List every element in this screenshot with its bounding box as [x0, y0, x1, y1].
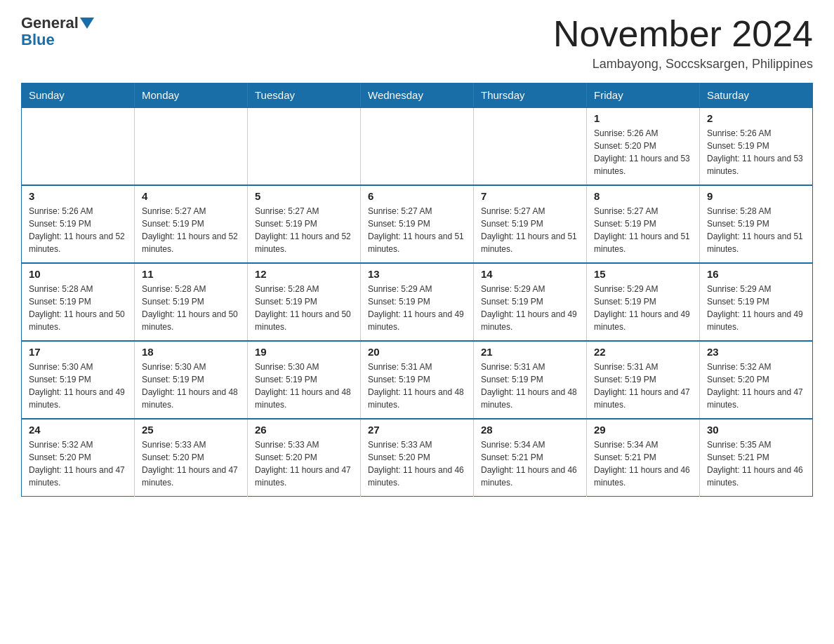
- logo-general: General: [21, 14, 79, 32]
- calendar-cell: 30Sunrise: 5:35 AMSunset: 5:21 PMDayligh…: [700, 419, 813, 497]
- weekday-header-thursday: Thursday: [474, 83, 587, 108]
- calendar-cell: 15Sunrise: 5:29 AMSunset: 5:19 PMDayligh…: [587, 263, 700, 341]
- day-number: 4: [142, 190, 240, 202]
- day-number: 22: [594, 346, 692, 358]
- day-number: 9: [707, 190, 805, 202]
- calendar-cell: 9Sunrise: 5:28 AMSunset: 5:19 PMDaylight…: [700, 185, 813, 263]
- day-info: Sunrise: 5:29 AMSunset: 5:19 PMDaylight:…: [368, 283, 466, 333]
- calendar-cell: 23Sunrise: 5:32 AMSunset: 5:20 PMDayligh…: [700, 341, 813, 419]
- day-info: Sunrise: 5:29 AMSunset: 5:19 PMDaylight:…: [707, 283, 805, 333]
- calendar-cell: 20Sunrise: 5:31 AMSunset: 5:19 PMDayligh…: [361, 341, 474, 419]
- calendar-cell: 3Sunrise: 5:26 AMSunset: 5:19 PMDaylight…: [22, 185, 135, 263]
- day-number: 19: [255, 346, 353, 358]
- calendar-body: 1Sunrise: 5:26 AMSunset: 5:20 PMDaylight…: [22, 107, 813, 497]
- day-info: Sunrise: 5:34 AMSunset: 5:21 PMDaylight:…: [481, 438, 579, 489]
- day-number: 1: [594, 112, 692, 124]
- calendar-cell: [361, 107, 474, 185]
- calendar-cell: 2Sunrise: 5:26 AMSunset: 5:19 PMDaylight…: [700, 107, 813, 185]
- day-info: Sunrise: 5:26 AMSunset: 5:19 PMDaylight:…: [707, 127, 805, 177]
- day-number: 18: [142, 346, 240, 358]
- calendar-week-row: 10Sunrise: 5:28 AMSunset: 5:19 PMDayligh…: [22, 263, 813, 341]
- calendar-header: SundayMondayTuesdayWednesdayThursdayFrid…: [22, 83, 813, 108]
- weekday-header-saturday: Saturday: [700, 83, 813, 108]
- day-number: 14: [481, 268, 579, 280]
- calendar-cell: 17Sunrise: 5:30 AMSunset: 5:19 PMDayligh…: [22, 341, 135, 419]
- day-number: 6: [368, 190, 466, 202]
- day-number: 20: [368, 346, 466, 358]
- day-info: Sunrise: 5:33 AMSunset: 5:20 PMDaylight:…: [142, 438, 240, 489]
- calendar-cell: 11Sunrise: 5:28 AMSunset: 5:19 PMDayligh…: [135, 263, 248, 341]
- day-number: 13: [368, 268, 466, 280]
- calendar-cell: 8Sunrise: 5:27 AMSunset: 5:19 PMDaylight…: [587, 185, 700, 263]
- calendar-cell: 19Sunrise: 5:30 AMSunset: 5:19 PMDayligh…: [248, 341, 361, 419]
- day-info: Sunrise: 5:31 AMSunset: 5:19 PMDaylight:…: [594, 361, 692, 411]
- day-number: 10: [29, 268, 127, 280]
- day-info: Sunrise: 5:27 AMSunset: 5:19 PMDaylight:…: [255, 205, 353, 255]
- calendar-cell: [474, 107, 587, 185]
- day-info: Sunrise: 5:28 AMSunset: 5:19 PMDaylight:…: [707, 205, 805, 255]
- logo: General Blue: [21, 14, 95, 49]
- day-info: Sunrise: 5:27 AMSunset: 5:19 PMDaylight:…: [368, 205, 466, 255]
- calendar-cell: 21Sunrise: 5:31 AMSunset: 5:19 PMDayligh…: [474, 341, 587, 419]
- day-number: 17: [29, 346, 127, 358]
- calendar-week-row: 24Sunrise: 5:32 AMSunset: 5:20 PMDayligh…: [22, 419, 813, 497]
- day-info: Sunrise: 5:35 AMSunset: 5:21 PMDaylight:…: [707, 438, 805, 489]
- day-info: Sunrise: 5:29 AMSunset: 5:19 PMDaylight:…: [481, 283, 579, 333]
- day-info: Sunrise: 5:27 AMSunset: 5:19 PMDaylight:…: [142, 205, 240, 255]
- calendar-cell: 27Sunrise: 5:33 AMSunset: 5:20 PMDayligh…: [361, 419, 474, 497]
- calendar-cell: 28Sunrise: 5:34 AMSunset: 5:21 PMDayligh…: [474, 419, 587, 497]
- calendar-cell: 26Sunrise: 5:33 AMSunset: 5:20 PMDayligh…: [248, 419, 361, 497]
- calendar-week-row: 3Sunrise: 5:26 AMSunset: 5:19 PMDaylight…: [22, 185, 813, 263]
- day-info: Sunrise: 5:31 AMSunset: 5:19 PMDaylight:…: [481, 361, 579, 411]
- calendar-week-row: 1Sunrise: 5:26 AMSunset: 5:20 PMDaylight…: [22, 107, 813, 185]
- calendar-cell: 16Sunrise: 5:29 AMSunset: 5:19 PMDayligh…: [700, 263, 813, 341]
- weekday-header-monday: Monday: [135, 83, 248, 108]
- weekday-header-wednesday: Wednesday: [361, 83, 474, 108]
- day-number: 29: [594, 424, 692, 436]
- day-info: Sunrise: 5:30 AMSunset: 5:19 PMDaylight:…: [29, 361, 127, 411]
- calendar-cell: 13Sunrise: 5:29 AMSunset: 5:19 PMDayligh…: [361, 263, 474, 341]
- day-number: 24: [29, 424, 127, 436]
- day-info: Sunrise: 5:33 AMSunset: 5:20 PMDaylight:…: [368, 438, 466, 489]
- day-number: 12: [255, 268, 353, 280]
- day-number: 27: [368, 424, 466, 436]
- calendar-cell: 4Sunrise: 5:27 AMSunset: 5:19 PMDaylight…: [135, 185, 248, 263]
- day-number: 7: [481, 190, 579, 202]
- weekday-header-friday: Friday: [587, 83, 700, 108]
- logo-triangle-icon: [80, 18, 94, 29]
- calendar-cell: 18Sunrise: 5:30 AMSunset: 5:19 PMDayligh…: [135, 341, 248, 419]
- day-number: 25: [142, 424, 240, 436]
- day-number: 16: [707, 268, 805, 280]
- calendar-cell: 7Sunrise: 5:27 AMSunset: 5:19 PMDaylight…: [474, 185, 587, 263]
- day-info: Sunrise: 5:34 AMSunset: 5:21 PMDaylight:…: [594, 438, 692, 489]
- day-number: 23: [707, 346, 805, 358]
- calendar-table: SundayMondayTuesdayWednesdayThursdayFrid…: [21, 83, 813, 497]
- day-number: 2: [707, 112, 805, 124]
- calendar-cell: [248, 107, 361, 185]
- day-number: 8: [594, 190, 692, 202]
- day-info: Sunrise: 5:27 AMSunset: 5:19 PMDaylight:…: [481, 205, 579, 255]
- day-info: Sunrise: 5:30 AMSunset: 5:19 PMDaylight:…: [142, 361, 240, 411]
- weekday-header-row: SundayMondayTuesdayWednesdayThursdayFrid…: [22, 83, 813, 108]
- calendar-cell: 12Sunrise: 5:28 AMSunset: 5:19 PMDayligh…: [248, 263, 361, 341]
- day-number: 21: [481, 346, 579, 358]
- day-info: Sunrise: 5:33 AMSunset: 5:20 PMDaylight:…: [255, 438, 353, 489]
- logo-blue: Blue: [21, 31, 55, 48]
- weekday-header-sunday: Sunday: [22, 83, 135, 108]
- day-info: Sunrise: 5:32 AMSunset: 5:20 PMDaylight:…: [707, 361, 805, 411]
- calendar-cell: 10Sunrise: 5:28 AMSunset: 5:19 PMDayligh…: [22, 263, 135, 341]
- day-info: Sunrise: 5:28 AMSunset: 5:19 PMDaylight:…: [29, 283, 127, 333]
- day-info: Sunrise: 5:29 AMSunset: 5:19 PMDaylight:…: [594, 283, 692, 333]
- calendar-cell: 25Sunrise: 5:33 AMSunset: 5:20 PMDayligh…: [135, 419, 248, 497]
- month-year-title: November 2024: [553, 14, 813, 54]
- weekday-header-tuesday: Tuesday: [248, 83, 361, 108]
- calendar-cell: [22, 107, 135, 185]
- title-section: November 2024 Lambayong, Soccsksargen, P…: [553, 14, 813, 72]
- day-info: Sunrise: 5:27 AMSunset: 5:19 PMDaylight:…: [594, 205, 692, 255]
- calendar-cell: 5Sunrise: 5:27 AMSunset: 5:19 PMDaylight…: [248, 185, 361, 263]
- calendar-cell: 24Sunrise: 5:32 AMSunset: 5:20 PMDayligh…: [22, 419, 135, 497]
- calendar-week-row: 17Sunrise: 5:30 AMSunset: 5:19 PMDayligh…: [22, 341, 813, 419]
- calendar-cell: 6Sunrise: 5:27 AMSunset: 5:19 PMDaylight…: [361, 185, 474, 263]
- day-number: 15: [594, 268, 692, 280]
- logo-text: General: [21, 14, 95, 32]
